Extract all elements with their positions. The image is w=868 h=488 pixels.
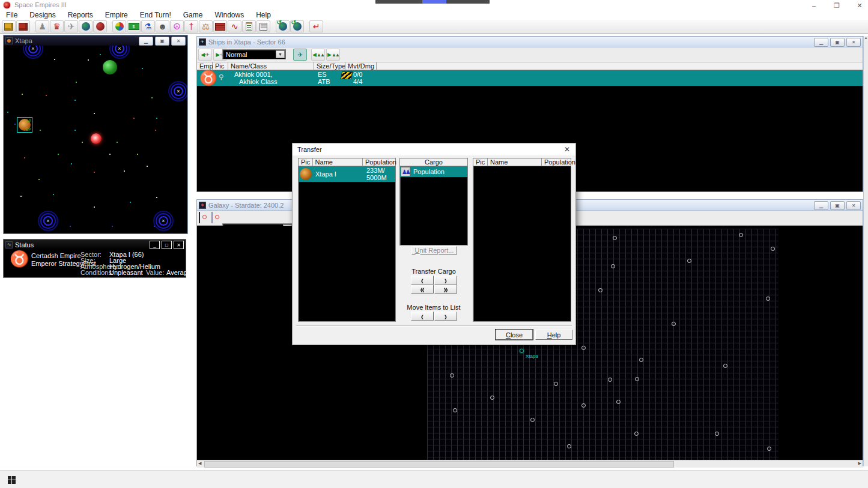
unit-report-button[interactable]: Unit Report...: [411, 246, 457, 255]
toolbar-button-end-turn-return-icon[interactable]: ↵: [309, 20, 323, 32]
star-system-icon[interactable]: [739, 233, 743, 237]
next-group-button[interactable]: ▶▲▲: [326, 49, 340, 61]
toolbar-button-design-figure-icon[interactable]: ♟: [35, 20, 49, 32]
star-system-icon[interactable]: [453, 408, 457, 412]
star-system-icon[interactable]: [634, 432, 639, 436]
toolbar-button-empire-crown-icon[interactable]: ♛: [50, 20, 64, 32]
ships-filter-dropdown-arrow[interactable]: ▼: [276, 50, 285, 58]
col-cargo[interactable]: Cargo: [400, 158, 467, 166]
galaxy-minimize-button[interactable]: ▁: [814, 201, 828, 210]
xtapa-titlebar[interactable]: Xtapa ▁ ▣ ✕: [4, 35, 187, 46]
transfer-cargo-row[interactable]: ♟♟ Population: [400, 166, 467, 177]
main-restore-button[interactable]: ❐: [831, 2, 843, 10]
xtapa-system-map[interactable]: LIISP: [4, 46, 187, 233]
ships-col-Size/Type[interactable]: Size/Type: [314, 62, 345, 70]
warp-point-icon[interactable]: [159, 216, 168, 226]
status-minimize-button[interactable]: _: [150, 241, 160, 249]
star-system-icon[interactable]: [635, 377, 639, 381]
star-system-icon[interactable]: [581, 346, 586, 350]
col-name-2[interactable]: Name: [488, 158, 542, 166]
menu-item-empire[interactable]: Empire: [99, 11, 134, 19]
star-system-icon[interactable]: [581, 403, 586, 408]
star-system-icon[interactable]: [687, 259, 691, 263]
toolbar-button-fleet-ship-icon[interactable]: ✈: [64, 20, 78, 32]
warp-point-icon[interactable]: [28, 46, 38, 53]
col-population-2[interactable]: Population: [542, 158, 571, 166]
toolbar-button-peace-icon[interactable]: ☮: [170, 20, 184, 32]
menu-item-game[interactable]: Game: [177, 11, 209, 19]
col-pic-2[interactable]: Pic: [473, 158, 488, 166]
ships-col-Mvt/Dmg[interactable]: Mvt/Dmg: [345, 62, 377, 70]
toolbar-button-globe-green-icon[interactable]: [79, 20, 93, 32]
warp-point-icon[interactable]: [174, 86, 183, 96]
star-system-icon[interactable]: [608, 378, 612, 382]
warp-point-icon[interactable]: [43, 216, 53, 226]
warp-point-icon[interactable]: [115, 46, 124, 53]
toolbar-button-clipboard-icon[interactable]: [242, 20, 256, 32]
menu-item-designs[interactable]: Designs: [23, 11, 61, 19]
star-system-icon[interactable]: [767, 447, 771, 451]
col-name[interactable]: Name: [313, 158, 363, 166]
status-titlebar[interactable]: ∿ Status _ □ ✕: [4, 239, 186, 250]
galaxy-close-button[interactable]: ✕: [846, 201, 861, 210]
transfer-all-left-button[interactable]: «: [411, 285, 434, 294]
toolbar-button-construction-bricks-icon[interactable]: [213, 20, 227, 32]
menu-item-reports[interactable]: Reports: [62, 11, 99, 19]
scroll-thumb[interactable]: [204, 461, 674, 468]
toolbar-button-intel-spy-icon[interactable]: ☻: [156, 20, 169, 32]
ships-maximize-button[interactable]: ▣: [830, 38, 845, 47]
toolbar-button-news-icon[interactable]: ▒▒▒: [256, 20, 270, 32]
galaxy-view-grid-2-button[interactable]: [211, 212, 213, 223]
star-system-icon[interactable]: [639, 358, 643, 362]
help-button[interactable]: Help: [535, 330, 572, 340]
star-system-icon[interactable]: [567, 444, 571, 448]
transfer-titlebar[interactable]: Transfer ✕: [293, 143, 575, 155]
xtapa-minimize-button[interactable]: ▁: [139, 37, 153, 46]
ships-close-button[interactable]: ✕: [846, 38, 861, 47]
transfer-close-button[interactable]: ✕: [562, 145, 572, 154]
prev-ship-button[interactable]: ◀✈: [198, 49, 212, 61]
star-system-icon[interactable]: [530, 418, 535, 422]
toolbar-button-globe-red-icon[interactable]: [93, 20, 107, 32]
status-close-button[interactable]: ✕: [174, 241, 184, 249]
toolbar-button-money-icon[interactable]: $: [127, 20, 141, 32]
transfer-source-list[interactable]: Pic Name Population Xtapa I 233M/ 5000M: [298, 158, 396, 322]
close-button[interactable]: Close: [496, 330, 533, 340]
col-population[interactable]: Population: [363, 158, 395, 166]
menu-item-windows[interactable]: Windows: [208, 11, 250, 19]
main-minimize-button[interactable]: –: [808, 2, 820, 9]
star-system-icon[interactable]: [598, 288, 602, 292]
ships-minimize-button[interactable]: ▁: [814, 38, 828, 47]
star-system-icon[interactable]: [715, 432, 719, 436]
prev-group-button[interactable]: ◀▲▲: [311, 49, 325, 61]
toolbar-button-scales-icon[interactable]: ⚖: [199, 20, 213, 32]
ships-filter-dropdown[interactable]: Normal ▼: [222, 49, 286, 59]
galaxy-hscrollbar[interactable]: ◀ ▶: [197, 460, 863, 468]
selected-ship-button[interactable]: ✈: [293, 49, 307, 61]
start-button[interactable]: [8, 476, 16, 484]
star-system-icon[interactable]: [672, 322, 676, 326]
star-system-icon[interactable]: [723, 364, 727, 368]
star-system-icon[interactable]: [613, 236, 617, 240]
star-system-icon[interactable]: [450, 373, 454, 378]
toolbar-button-pie-chart-icon[interactable]: [112, 20, 126, 32]
move-item-left-button[interactable]: ‹: [411, 312, 434, 321]
galaxy-view-grid-button[interactable]: [199, 212, 200, 223]
xtapa-maximize-button[interactable]: ▣: [155, 37, 169, 46]
move-item-right-button[interactable]: ›: [434, 312, 457, 321]
xtapa-close-button[interactable]: ✕: [171, 37, 186, 46]
menu-item-file[interactable]: File: [0, 11, 23, 19]
toolbar-button-cargo-package-yellow-icon[interactable]: [2, 20, 16, 32]
scroll-right-arrow[interactable]: ▶: [858, 461, 861, 466]
selected-planet-box[interactable]: LIISP: [17, 117, 32, 133]
highlighted-system-xtapa[interactable]: [520, 349, 524, 353]
ship-row[interactable]: ♉ ⚲ Akhiok 0001, Akhiok Class ES ATB 0/0…: [197, 70, 863, 86]
galaxy-maximize-button[interactable]: ▣: [830, 201, 845, 210]
scroll-up-arrow[interactable]: ▲: [864, 36, 868, 40]
transfer-all-right-button[interactable]: »: [434, 285, 457, 294]
scroll-left-arrow[interactable]: ◀: [198, 461, 201, 466]
toolbar-button-turn-globe-icon[interactable]: ↺: [276, 20, 290, 32]
toolbar-button-turn-globe-2-icon[interactable]: ↺: [290, 20, 304, 32]
ships-col-Name/Class[interactable]: Name/Class: [228, 62, 314, 70]
toolbar-button-research-flask-icon[interactable]: ⚗: [141, 20, 155, 32]
